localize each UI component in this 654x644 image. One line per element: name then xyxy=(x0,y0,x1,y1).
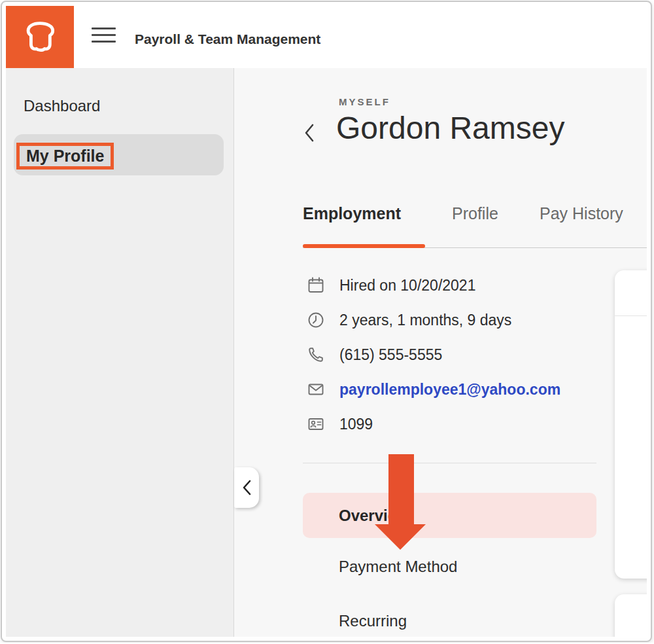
detail-row-phone: (615) 555-5555 xyxy=(307,346,560,364)
section-item-recurring[interactable]: Recurring xyxy=(339,612,407,630)
tab-pay-history[interactable]: Pay History xyxy=(540,202,623,224)
app-window: Payroll & Team Management Dashboard My P… xyxy=(6,6,647,637)
sidebar-collapse-button[interactable] xyxy=(234,467,259,508)
detail-row-tenure: 2 years, 1 months, 9 days xyxy=(307,311,560,329)
detail-row-hire-date: Hired on 10/20/2021 xyxy=(307,276,560,295)
employment-details-list: Hired on 10/20/2021 2 years, 1 months, 9… xyxy=(307,276,560,450)
annotation-highlight-box: My Profile xyxy=(16,143,114,170)
section-divider xyxy=(303,463,596,463)
section-item-payment-method[interactable]: Payment Method xyxy=(339,558,457,576)
annotation-arrow-shaft xyxy=(388,454,414,525)
main-content: MYSELF Gordon Ramsey Employment Profile … xyxy=(234,68,647,637)
clock-icon xyxy=(307,311,325,329)
tab-employment[interactable]: Employment xyxy=(303,202,401,224)
content-card-partial xyxy=(615,594,647,637)
chevron-left-icon xyxy=(303,123,315,143)
section-item-overview[interactable]: Overview xyxy=(303,493,596,538)
tab-profile[interactable]: Profile xyxy=(452,202,498,224)
toast-bread-icon xyxy=(20,17,60,58)
envelope-icon xyxy=(307,380,325,399)
card-header-divider xyxy=(615,315,647,316)
phone-value: (615) 555-5555 xyxy=(339,346,442,364)
detail-row-employment-type: 1099 xyxy=(307,415,560,433)
tenure-value: 2 years, 1 months, 9 days xyxy=(339,312,511,329)
chevron-left-icon xyxy=(243,480,251,495)
top-header: Payroll & Team Management xyxy=(6,6,647,68)
page-title-employee-name: Gordon Ramsey xyxy=(336,109,564,148)
id-card-icon xyxy=(307,415,325,433)
hire-date-value: Hired on 10/20/2021 xyxy=(339,277,475,295)
email-link[interactable]: payrollemployee1@yahoo.com xyxy=(339,381,560,399)
back-button[interactable] xyxy=(303,123,317,144)
app-title: Payroll & Team Management xyxy=(135,31,320,47)
toast-logo[interactable] xyxy=(6,6,74,68)
phone-icon xyxy=(307,346,325,364)
calendar-icon xyxy=(307,276,325,295)
detail-row-email: payrollemployee1@yahoo.com xyxy=(307,380,560,399)
content-card-partial xyxy=(615,270,647,579)
menu-hamburger-icon[interactable] xyxy=(92,27,116,46)
sidebar-item-dashboard[interactable]: Dashboard xyxy=(24,97,100,115)
eyebrow-label: MYSELF xyxy=(339,96,390,107)
employment-type-value: 1099 xyxy=(339,416,373,433)
sidebar-item-label: My Profile xyxy=(26,147,104,166)
sidebar-nav: Dashboard My Profile xyxy=(6,68,234,637)
sidebar-item-my-profile[interactable]: My Profile xyxy=(14,134,224,175)
app-body: Dashboard My Profile MYSELF xyxy=(6,68,647,637)
screenshot-frame: Payroll & Team Management Dashboard My P… xyxy=(1,1,652,642)
active-tab-indicator xyxy=(303,244,425,248)
annotation-arrow-head xyxy=(375,524,426,550)
